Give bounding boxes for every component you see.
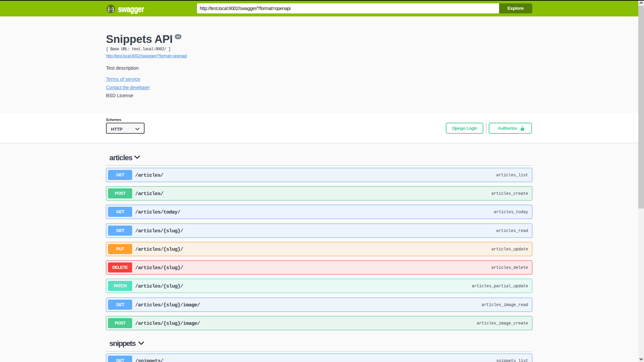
svg-text:{: { (108, 6, 110, 11)
svg-text:}: } (112, 6, 114, 11)
